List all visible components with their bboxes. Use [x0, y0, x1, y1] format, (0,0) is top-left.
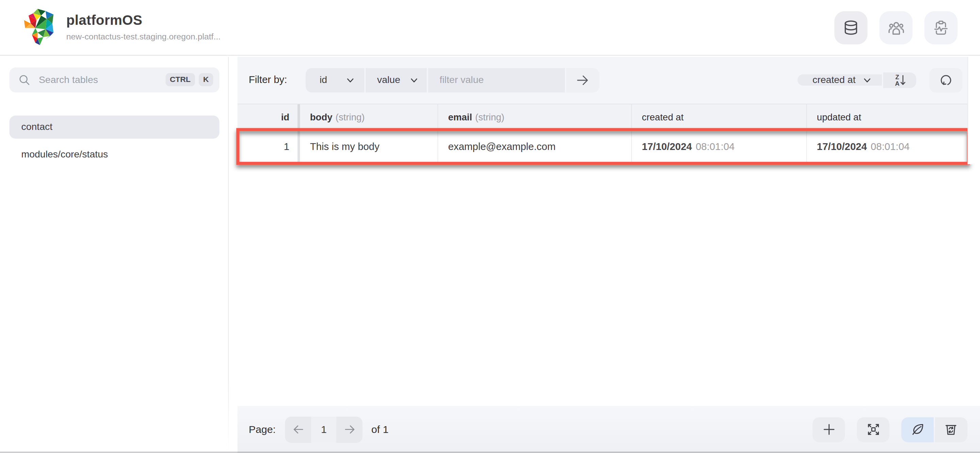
- sidebar: CTRL K contact modules/core/status: [0, 56, 229, 453]
- date-value: 17/10/2024: [817, 141, 867, 152]
- trash-restore-icon: [943, 422, 959, 437]
- chevron-down-icon: [410, 75, 419, 85]
- sort-direction-button[interactable]: Z A: [883, 72, 916, 88]
- column-header-body: body (string): [300, 105, 438, 130]
- column-type: (string): [476, 111, 504, 122]
- active-records-toggle[interactable]: [901, 417, 934, 442]
- cell-updated-at: 17/10/2024 08:01:04: [806, 130, 967, 163]
- sidebar-divider: [228, 56, 229, 453]
- brand-block: platformOS new-contactus-test.staging.or…: [66, 14, 221, 41]
- expand-view-button[interactable]: [857, 417, 889, 442]
- sidebar-item-modules-core-status[interactable]: modules/core/status: [10, 143, 220, 166]
- arrow-left-icon: [291, 423, 305, 437]
- column-type: (string): [336, 111, 365, 122]
- footer-actions: [813, 417, 967, 442]
- cell-email: example@example.com: [438, 130, 631, 163]
- cell-created-at: 17/10/2024 08:01:04: [631, 130, 806, 163]
- column-header-created-at: created at: [631, 105, 806, 130]
- scrollbar-gutter: [967, 56, 980, 164]
- window-bottom-edge: [0, 451, 980, 453]
- page-label: Page:: [249, 423, 275, 436]
- sort-controls: created at Z A: [798, 68, 963, 92]
- table-row[interactable]: 1 This is my body example@example.com 17…: [237, 130, 967, 163]
- app-title: platformOS: [66, 14, 221, 27]
- footer-bar: Page: 1 of 1: [237, 406, 980, 453]
- sort-field-value: created at: [813, 75, 856, 86]
- next-page-button[interactable]: [336, 416, 363, 442]
- arrow-right-icon: [575, 72, 591, 88]
- cell-body: This is my body: [300, 130, 438, 163]
- arrow-right-icon: [342, 423, 356, 437]
- column-header-updated-at: updated at: [806, 105, 967, 130]
- date-value: 17/10/2024: [642, 141, 692, 152]
- shortcut-k-key: K: [199, 73, 213, 86]
- column-label: id: [281, 111, 290, 122]
- pagination: 1: [285, 416, 363, 442]
- app-header: platformOS new-contactus-test.staging.or…: [0, 0, 980, 56]
- search-icon: [18, 73, 30, 86]
- database-icon: [843, 19, 859, 37]
- search-tables-box[interactable]: CTRL K: [10, 67, 220, 92]
- column-label: updated at: [817, 111, 861, 122]
- previous-page-button[interactable]: [285, 416, 311, 442]
- cell-id: 1: [237, 130, 298, 163]
- search-tables-input[interactable]: [37, 73, 165, 86]
- column-label: email: [448, 111, 472, 122]
- plus-icon: [821, 422, 837, 437]
- view-toggle-group: [901, 417, 967, 442]
- table-header-row: id body (string) email (string) created …: [237, 104, 967, 130]
- filter-group: id value: [306, 68, 600, 92]
- filter-field-select[interactable]: id: [306, 68, 365, 92]
- refresh-icon: [938, 72, 954, 88]
- current-page-number: 1: [311, 416, 336, 442]
- table-item-label: contact: [21, 121, 52, 132]
- expand-icon: [865, 422, 881, 437]
- time-value: 08:01:04: [695, 141, 734, 152]
- column-header-id: id: [237, 105, 298, 130]
- add-record-button[interactable]: [813, 417, 845, 442]
- table-list: contact modules/core/status: [10, 115, 220, 166]
- chevron-down-icon: [862, 75, 872, 85]
- chevron-down-icon: [346, 75, 355, 85]
- filter-bar: Filter by: id value created at: [237, 56, 967, 104]
- svg-text:Z: Z: [895, 73, 899, 80]
- sort-descending-icon: Z A: [892, 72, 907, 88]
- users-button[interactable]: [879, 11, 912, 44]
- refresh-button[interactable]: [929, 68, 962, 92]
- header-actions: [834, 11, 958, 44]
- instance-domain: new-contactus-test.staging.oregon.platf.…: [66, 32, 221, 41]
- column-header-email: email (string): [438, 105, 631, 130]
- leaf-icon: [910, 422, 925, 437]
- table-item-label: modules/core/status: [21, 149, 108, 160]
- sidebar-item-contact[interactable]: contact: [10, 115, 220, 138]
- column-label: created at: [642, 111, 684, 122]
- filter-value-input[interactable]: [438, 74, 555, 86]
- page-count-label: of 1: [371, 423, 388, 436]
- users-icon: [887, 19, 904, 37]
- column-separator: [298, 130, 300, 163]
- sort-field-select[interactable]: created at: [798, 75, 882, 86]
- activity-log-button[interactable]: [924, 11, 958, 44]
- filter-operator-value: value: [377, 75, 400, 86]
- clipboard-pulse-icon: [932, 19, 950, 37]
- filter-value-field[interactable]: [428, 68, 565, 92]
- database-button[interactable]: [834, 11, 867, 44]
- filter-operator-select[interactable]: value: [366, 68, 427, 92]
- filter-field-value: id: [320, 75, 327, 86]
- filter-by-label: Filter by:: [249, 75, 287, 86]
- time-value: 08:01:04: [871, 141, 910, 152]
- column-label: body: [310, 111, 332, 122]
- apply-filter-button[interactable]: [566, 68, 600, 92]
- app-screen: platformOS new-contactus-test.staging.or…: [0, 0, 980, 453]
- svg-text:A: A: [895, 80, 899, 87]
- platformos-logo-icon: [21, 8, 57, 48]
- shortcut-ctrl-key: CTRL: [165, 73, 195, 86]
- deleted-records-toggle[interactable]: [935, 417, 967, 442]
- column-resize-handle[interactable]: [298, 105, 300, 130]
